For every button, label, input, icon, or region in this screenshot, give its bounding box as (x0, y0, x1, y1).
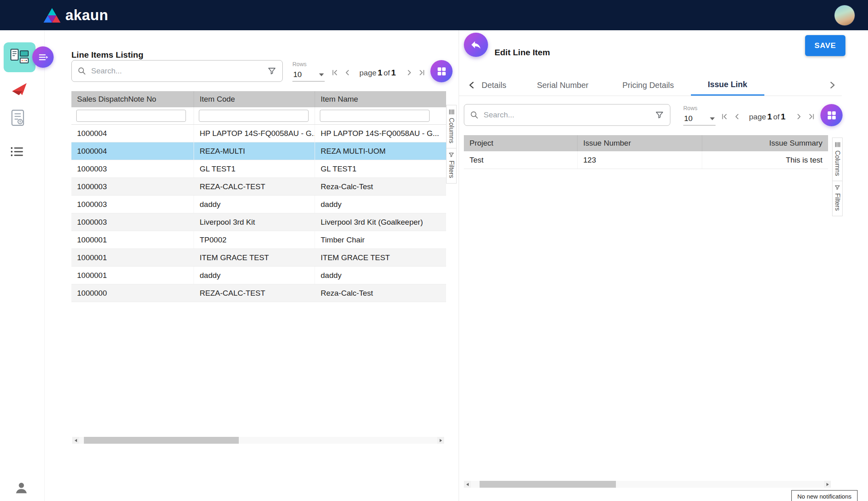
column-header-issue-number[interactable]: Issue Number (578, 135, 702, 151)
line-item-row[interactable]: 1000001 TP0002 Timber Chair (71, 231, 446, 249)
pos-app-icon[interactable] (4, 42, 35, 72)
sidebar-item-red-app[interactable] (10, 81, 28, 97)
column-header-issue-summary[interactable]: Issue Summary (702, 135, 828, 151)
line-item-row[interactable]: 1000004 HP LAPTOP 14S-FQ0058AU - G... HP… (71, 125, 446, 142)
cell-item-code: daddy (194, 267, 315, 284)
cell-sales-dispatchnote-no: 1000003 (71, 196, 194, 213)
scroll-right-button[interactable] (437, 437, 444, 444)
filter-input-item-code[interactable] (199, 110, 309, 122)
cell-item-code: GL TEST1 (194, 160, 315, 177)
edit-line-item-panel: Edit Line Item SAVE Details Serial Numbe… (459, 30, 868, 501)
columns-icon (835, 142, 841, 148)
scrollbar-thumb[interactable] (480, 481, 616, 488)
cell-item-code: HP LAPTOP 14S-FQ0058AU - G... (194, 125, 315, 142)
scroll-left-button[interactable] (72, 437, 79, 444)
arrow-right-icon (439, 438, 442, 443)
tab-serial-number[interactable]: Serial Number (520, 75, 605, 96)
cell-sales-dispatchnote-no: 1000003 (71, 178, 194, 195)
cell-item-name: daddy (315, 196, 446, 213)
table-filter-row (71, 107, 446, 125)
line-item-row[interactable]: 1000004 REZA-MULTI REZA MULTI-UOM (71, 142, 446, 160)
page-indicator: page1of1 (749, 112, 787, 121)
cell-project: Test (464, 151, 578, 169)
cell-item-code: TP0002 (194, 231, 315, 248)
tab-pricing-details[interactable]: Pricing Details (605, 75, 691, 96)
filters-side-tab[interactable]: Filters (832, 181, 843, 216)
search-filter-button[interactable] (655, 110, 664, 120)
line-item-row[interactable]: 1000000 REZA-CALC-TEST Reza-Calc-Test (71, 284, 446, 302)
search-input[interactable] (483, 110, 651, 120)
arrow-left-icon (466, 482, 469, 486)
line-item-row[interactable]: 1000001 daddy daddy (71, 267, 446, 284)
akaun-logo-text: akaun (65, 7, 108, 24)
table-side-tabs: Columns Filters (832, 138, 843, 216)
prev-page-button[interactable] (732, 111, 743, 122)
search-filter-button[interactable] (267, 66, 277, 76)
issue-link-row[interactable]: Test 123 This is test (464, 151, 828, 169)
column-header-project[interactable]: Project (464, 135, 578, 151)
sidebar-item-billing-doc[interactable] (10, 109, 26, 127)
rows-per-page-select[interactable]: Rows 10 (292, 61, 325, 81)
sidebar-account-button[interactable] (15, 481, 28, 495)
last-page-button[interactable] (806, 111, 817, 122)
akaun-logo-icon (44, 8, 61, 23)
save-button[interactable]: SAVE (805, 35, 845, 56)
next-page-button[interactable] (793, 111, 804, 122)
scroll-left-button[interactable] (464, 481, 471, 488)
line-item-row[interactable]: 1000003 daddy daddy (71, 196, 446, 213)
line-item-row[interactable]: 1000003 REZA-CALC-TEST Reza-Calc-Test (71, 178, 446, 196)
arrow-left-icon (74, 438, 77, 443)
rows-value: 10 (293, 70, 302, 79)
rows-value: 10 (684, 114, 693, 123)
cell-item-name: REZA MULTI-UOM (315, 142, 446, 160)
sidebar-menu-button[interactable] (32, 46, 54, 68)
tab-details[interactable]: Details (479, 75, 520, 96)
rows-label: Rows (292, 61, 325, 67)
column-header-sales-dispatchnote-no[interactable]: Sales DispatchNote No (71, 91, 194, 107)
cell-sales-dispatchnote-no: 1000003 (71, 160, 194, 177)
columns-icon (449, 109, 455, 115)
horizontal-scrollbar (464, 481, 831, 488)
cell-item-name: Timber Chair (315, 231, 446, 248)
line-item-row[interactable]: 1000003 Liverpool 3rd Kit Liverpool 3rd … (71, 213, 446, 231)
filter-input-sales-dispatchnote-no[interactable] (76, 110, 186, 122)
line-item-row[interactable]: 1000001 ITEM GRACE TEST ITEM GRACE TEST (71, 249, 446, 267)
cell-sales-dispatchnote-no: 1000001 (71, 267, 194, 284)
next-page-button[interactable] (404, 67, 414, 78)
chevron-left-icon (467, 80, 477, 90)
columns-side-tab[interactable]: Columns (832, 138, 843, 181)
scrollbar-thumb[interactable] (84, 437, 239, 444)
user-avatar[interactable] (834, 5, 855, 26)
filters-side-tab[interactable]: Filters (446, 148, 457, 184)
filter-funnel-icon (449, 152, 454, 158)
rows-per-page-select[interactable]: Rows 10 (683, 105, 716, 125)
cell-item-code: Liverpool 3rd Kit (194, 213, 315, 231)
cell-sales-dispatchnote-no: 1000004 (71, 125, 194, 142)
column-header-item-code[interactable]: Item Code (194, 91, 315, 107)
dropdown-caret-icon (319, 73, 324, 76)
tabs-scroll-left-button[interactable] (465, 75, 479, 96)
first-page-button[interactable] (330, 67, 340, 78)
line-item-row[interactable]: 1000003 GL TEST1 GL TEST1 (71, 160, 446, 178)
scrollbar-track[interactable] (79, 437, 437, 444)
last-page-icon (417, 68, 426, 77)
column-header-item-name[interactable]: Item Name (315, 91, 446, 107)
last-page-button[interactable] (417, 67, 427, 78)
scrollbar-track[interactable] (471, 481, 824, 488)
search-input[interactable] (90, 66, 263, 76)
tabs-scroll-right-button[interactable] (825, 75, 839, 96)
tab-issue-link[interactable]: Issue Link (691, 75, 764, 96)
grid-view-button[interactable] (820, 104, 843, 126)
horizontal-scrollbar (72, 437, 444, 444)
scroll-right-button[interactable] (824, 481, 831, 488)
columns-side-tab[interactable]: Columns (446, 105, 457, 148)
cell-item-name: GL TEST1 (315, 160, 446, 177)
first-page-button[interactable] (719, 111, 730, 122)
sidebar-item-listing[interactable] (10, 146, 24, 157)
grid-view-button[interactable] (430, 60, 453, 82)
filter-input-item-name[interactable] (320, 110, 430, 122)
list-menu-icon (10, 146, 24, 157)
back-button[interactable] (464, 33, 488, 57)
search-icon (77, 67, 86, 75)
prev-page-button[interactable] (342, 67, 353, 78)
